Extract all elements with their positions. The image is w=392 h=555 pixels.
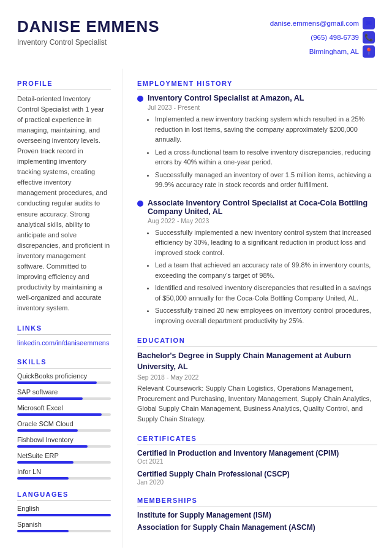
member-section-title: MEMBERSHIPS	[137, 497, 377, 507]
job-bullet: Led a cross-functional team to resolve i…	[155, 147, 377, 167]
job-title: Inventory Control Specialist at Amazon, …	[137, 94, 377, 102]
memberships-section: MEMBERSHIPS Institute for Supply Managem…	[137, 497, 377, 532]
lang-name: English	[17, 505, 111, 512]
skill-bar-fill	[17, 461, 74, 464]
skill-name: Microsoft Excel	[17, 404, 111, 411]
header: DANISE EMMENS Inventory Control Speciali…	[0, 0, 392, 69]
cert-section-title: CERTIFICATES	[137, 435, 377, 445]
links-section: LINKS linkedin.com/in/daniseemmens	[17, 324, 111, 347]
location-row: Birmingham, AL 📍	[309, 45, 375, 58]
right-column: EMPLOYMENT HISTORY Inventory Control Spe…	[123, 69, 392, 548]
edu-date: Sep 2018 - May 2022	[137, 373, 377, 381]
skills-list: QuickBooks proficiency SAP software Micr…	[17, 372, 111, 480]
job-bullet: Successfully trained 20 new employees on…	[155, 305, 377, 326]
lang-name: Spanish	[17, 521, 111, 528]
profile-section: PROFILE Detail-oriented Inventory Contro…	[17, 80, 111, 313]
skill-item: QuickBooks proficiency	[17, 372, 111, 384]
cert-date: Jan 2020	[137, 478, 377, 486]
lang-bar-bg	[17, 530, 111, 532]
profile-text: Detail-oriented Inventory Control Specia…	[17, 94, 111, 313]
phone-icon: 📞	[363, 31, 375, 44]
email-icon: ✉	[363, 17, 375, 29]
candidate-name: DANISE EMMENS	[17, 17, 160, 36]
member-item: Association for Supply Chain Management …	[137, 523, 377, 532]
skill-name: Fishbowl Inventory	[17, 436, 111, 443]
linkedin-link-item: linkedin.com/in/daniseemmens	[17, 339, 111, 347]
certificates-section: CERTIFICATES Certified in Production and…	[137, 435, 377, 486]
location-icon: 📍	[363, 45, 375, 58]
cert-name: Certified Supply Chain Professional (CSC…	[137, 470, 377, 478]
jobs-list: Inventory Control Specialist at Amazon, …	[137, 94, 377, 326]
skill-name: QuickBooks proficiency	[17, 372, 111, 380]
phone-text: (965) 498-6739	[311, 34, 359, 41]
skill-item: Infor LN	[17, 468, 111, 480]
job-bullet: Led a team that achieved an accuracy rat…	[155, 260, 377, 280]
employment-section: EMPLOYMENT HISTORY Inventory Control Spe…	[137, 80, 377, 326]
languages-list: English Spanish	[17, 505, 111, 532]
job-dot	[137, 96, 143, 102]
resume-container: DANISE EMMENS Inventory Control Speciali…	[0, 0, 392, 548]
lang-bar-fill	[17, 514, 111, 516]
candidate-title: Inventory Control Specialist	[17, 38, 160, 47]
skill-bar-bg	[17, 413, 111, 416]
skill-bar-bg	[17, 381, 111, 384]
job-bullet: Implemented a new inventory tracking sys…	[155, 114, 377, 145]
languages-section: LANGUAGES English Spanish	[17, 491, 111, 532]
header-right: danise.emmens@gmail.com ✉ (965) 498-6739…	[270, 17, 375, 58]
skill-item: Fishbowl Inventory	[17, 436, 111, 448]
education-section-title: EDUCATION	[137, 337, 377, 347]
skill-bar-bg	[17, 461, 111, 464]
skill-bar-fill	[17, 477, 69, 480]
lang-bar-fill	[17, 530, 69, 532]
lang-item: Spanish	[17, 521, 111, 532]
skill-bar-bg	[17, 429, 111, 432]
linkedin-link[interactable]: linkedin.com/in/daniseemmens	[17, 339, 109, 346]
skill-name: NetSuite ERP	[17, 452, 111, 459]
skill-item: Oracle SCM Cloud	[17, 420, 111, 432]
profile-section-title: PROFILE	[17, 80, 111, 90]
cert-name: Certified in Production and Inventory Ma…	[137, 449, 377, 457]
skill-item: Microsoft Excel	[17, 404, 111, 416]
skill-bar-fill	[17, 445, 88, 448]
job-item: Inventory Control Specialist at Amazon, …	[137, 94, 377, 190]
job-date: Aug 2022 - May 2023	[148, 217, 377, 224]
skill-name: SAP software	[17, 388, 111, 396]
skill-bar-fill	[17, 429, 78, 432]
skill-bar-fill	[17, 413, 102, 416]
cert-item: Certified Supply Chain Professional (CSC…	[137, 470, 377, 486]
email-link[interactable]: danise.emmens@gmail.com	[270, 20, 359, 27]
skill-name: Oracle SCM Cloud	[17, 420, 111, 427]
job-bullet: Identified and resolved inventory discre…	[155, 283, 377, 303]
lang-bar-bg	[17, 514, 111, 516]
header-left: DANISE EMMENS Inventory Control Speciali…	[17, 17, 160, 47]
employment-section-title: EMPLOYMENT HISTORY	[137, 80, 377, 90]
job-item: Associate Inventory Control Specialist a…	[137, 199, 377, 326]
job-bullet: Successfully implemented a new inventory…	[155, 228, 377, 258]
job-bullet: Successfully managed an inventory of ove…	[155, 170, 377, 190]
lang-item: English	[17, 505, 111, 516]
skill-item: NetSuite ERP	[17, 452, 111, 464]
skill-bar-bg	[17, 477, 111, 480]
job-date: Jul 2023 - Present	[148, 104, 377, 111]
skill-bar-fill	[17, 381, 97, 384]
skill-name: Infor LN	[17, 468, 111, 475]
location-text: Birmingham, AL	[309, 48, 359, 55]
job-title-text: Inventory Control Specialist at Amazon, …	[148, 94, 304, 102]
links-section-title: LINKS	[17, 324, 111, 335]
members-list: Institute for Supply Management (ISM)Ass…	[137, 511, 377, 532]
skills-section: SKILLS QuickBooks proficiency SAP softwa…	[17, 358, 111, 480]
job-bullets: Successfully implemented a new inventory…	[148, 228, 377, 326]
cert-date: Oct 2021	[137, 457, 377, 465]
job-title-text: Associate Inventory Control Specialist a…	[148, 199, 377, 216]
job-bullets: Implemented a new inventory tracking sys…	[148, 114, 377, 190]
job-title: Associate Inventory Control Specialist a…	[137, 199, 377, 216]
certs-list: Certified in Production and Inventory Ma…	[137, 449, 377, 486]
email-row: danise.emmens@gmail.com ✉	[270, 17, 375, 29]
skill-bar-bg	[17, 397, 111, 400]
cert-item: Certified in Production and Inventory Ma…	[137, 449, 377, 465]
member-item: Institute for Supply Management (ISM)	[137, 511, 377, 519]
skill-bar-fill	[17, 397, 83, 400]
job-dot	[137, 201, 143, 207]
main-content: PROFILE Detail-oriented Inventory Contro…	[0, 69, 392, 548]
languages-section-title: LANGUAGES	[17, 491, 111, 501]
